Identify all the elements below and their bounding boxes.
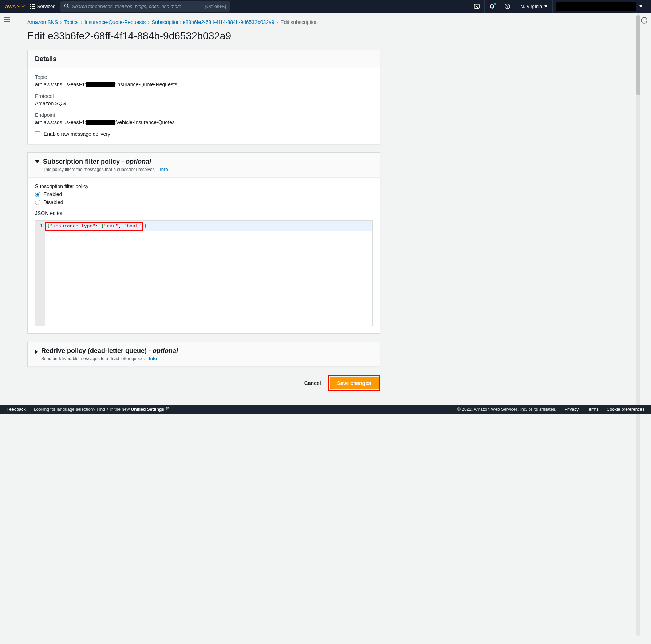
chevron-right-icon: › — [60, 19, 62, 25]
search-input[interactable] — [72, 4, 202, 9]
feedback-link[interactable]: Feedback — [7, 407, 26, 412]
filter-disabled-radio[interactable]: Disabled — [35, 199, 373, 205]
svg-rect-20 — [644, 20, 644, 22]
caret-down-icon — [544, 5, 547, 7]
svg-point-14 — [507, 8, 508, 8]
redrive-heading: Redrive policy (dead-letter queue) - opt… — [41, 347, 178, 355]
svg-point-9 — [64, 4, 68, 7]
svg-rect-1 — [32, 4, 33, 5]
chevron-right-icon: › — [277, 19, 279, 25]
svg-rect-3 — [30, 6, 31, 7]
expand-toggle[interactable] — [35, 350, 38, 354]
svg-rect-6 — [30, 8, 31, 9]
services-grid-icon — [30, 4, 35, 9]
raw-delivery-label: Enable raw message delivery — [44, 131, 110, 137]
breadcrumb: Amazon SNS › Topics › Insurance-Quote-Re… — [27, 19, 380, 25]
svg-line-10 — [67, 7, 69, 8]
terms-link[interactable]: Terms — [587, 407, 599, 412]
redacted-text — [86, 82, 115, 87]
collapse-toggle[interactable] — [35, 160, 39, 163]
external-link-icon — [166, 407, 170, 412]
details-panel: Details Topic arn:aws:sns:us-east-1::Ins… — [27, 50, 380, 144]
caret-down-icon — [639, 5, 642, 7]
json-code-line[interactable]: {"insurance_type": ["car", "boat"]} — [45, 221, 372, 231]
filter-policy-group-label: Subscription filter policy — [35, 183, 373, 189]
search-shortcut-hint: [Option+S] — [205, 4, 226, 9]
filter-policy-heading: Subscription filter policy - optional — [43, 158, 168, 166]
aws-top-nav: aws Services [Option+S] N. — [0, 0, 651, 13]
search-icon — [64, 3, 69, 9]
cloudshell-button[interactable] — [469, 0, 484, 13]
account-name-redacted — [556, 2, 636, 11]
filter-policy-description: This policy filters the messages that a … — [43, 167, 156, 172]
footer-bar: Feedback Looking for language selection?… — [0, 405, 651, 414]
topic-label: Topic — [35, 74, 373, 80]
services-menu-button[interactable]: Services — [30, 4, 55, 9]
account-menu[interactable] — [552, 0, 646, 13]
notifications-button[interactable] — [484, 0, 500, 13]
language-prompt: Looking for language selection? Find it … — [34, 407, 170, 412]
global-search[interactable]: [Option+S] — [60, 1, 230, 12]
aws-logo[interactable]: aws — [5, 3, 25, 9]
services-label: Services — [37, 4, 55, 9]
svg-line-21 — [167, 408, 169, 409]
raw-delivery-checkbox[interactable] — [35, 131, 40, 136]
topic-value: arn:aws:sns:us-east-1::Insurance-Quote-R… — [35, 82, 373, 87]
disabled-label: Disabled — [43, 199, 63, 205]
scrollbar-thumb[interactable] — [636, 15, 640, 95]
help-button[interactable] — [500, 0, 515, 13]
redrive-description: Send undeliverable messages to a dead-le… — [41, 356, 145, 361]
json-editor[interactable]: 1 {"insurance_type": ["car", "boat"]} — [35, 220, 373, 326]
scrollbar-track[interactable] — [636, 14, 640, 414]
breadcrumb-link[interactable]: Subscription: e33b6fe2-68ff-4f14-884b-9d… — [152, 19, 275, 25]
svg-rect-5 — [33, 6, 35, 7]
info-link[interactable]: Info — [149, 356, 157, 361]
svg-rect-7 — [32, 8, 33, 9]
details-heading: Details — [35, 55, 373, 63]
json-editor-label: JSON editor — [35, 210, 373, 216]
region-selector[interactable]: N. Virginia — [515, 0, 552, 13]
page-title: Edit e33b6fe2-68ff-4f14-884b-9d6532b032a… — [27, 30, 380, 42]
copyright-text: © 2022, Amazon Web Services, Inc. or its… — [457, 407, 556, 412]
filter-enabled-radio[interactable]: Enabled — [35, 191, 373, 197]
unified-settings-link[interactable]: Unified Settings — [131, 407, 170, 412]
help-panel-toggle[interactable] — [641, 17, 647, 25]
chevron-right-icon: › — [80, 19, 82, 25]
redrive-policy-panel: Redrive policy (dead-letter queue) - opt… — [27, 342, 380, 367]
endpoint-value: arn:aws:sqs:us-east-1::Vehicle-Insurance… — [35, 119, 373, 125]
svg-point-19 — [644, 19, 644, 20]
breadcrumb-link[interactable]: Insurance-Quote-Requests — [84, 19, 146, 25]
privacy-link[interactable]: Privacy — [564, 407, 579, 412]
chevron-right-icon: › — [148, 19, 150, 25]
cancel-button[interactable]: Cancel — [303, 377, 323, 389]
save-changes-button[interactable]: Save changes — [330, 377, 379, 389]
svg-rect-0 — [30, 4, 31, 5]
annotation-highlight: Save changes — [328, 375, 380, 391]
region-label: N. Virginia — [520, 4, 542, 9]
breadcrumb-link[interactable]: Topics — [64, 19, 79, 25]
side-nav-toggle[interactable] — [4, 17, 10, 23]
redacted-text — [86, 120, 115, 125]
svg-rect-8 — [33, 8, 35, 9]
info-link[interactable]: Info — [160, 167, 168, 172]
line-number: 1 — [40, 223, 43, 228]
notification-dot-icon — [494, 3, 496, 5]
cookie-preferences-link[interactable]: Cookie preferences — [607, 407, 644, 412]
svg-rect-4 — [32, 6, 33, 7]
endpoint-label: Endpoint — [35, 112, 373, 118]
enabled-label: Enabled — [43, 191, 62, 197]
protocol-label: Protocol — [35, 93, 373, 99]
breadcrumb-current: Edit subscription — [280, 19, 318, 25]
protocol-value: Amazon SQS — [35, 100, 373, 106]
filter-policy-panel: Subscription filter policy - optional Th… — [27, 152, 380, 334]
breadcrumb-link[interactable]: Amazon SNS — [27, 19, 58, 25]
svg-rect-2 — [33, 4, 35, 5]
